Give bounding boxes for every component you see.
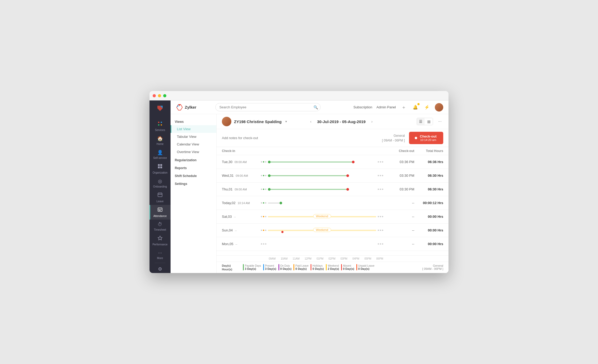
list-view-link[interactable]: List View — [171, 125, 216, 133]
hours-label: Hour(s) — [222, 268, 243, 271]
user-avatar[interactable] — [435, 103, 443, 112]
day-label: Wed,31 — [222, 174, 234, 178]
overtime-view-link[interactable]: Overtime View — [171, 148, 216, 156]
checkout-time: -- — [385, 215, 414, 219]
sidebar-item-attendance[interactable]: Attendance — [150, 205, 171, 220]
sidebar-item-more[interactable]: ··· More — [150, 248, 171, 262]
current-time-marker — [282, 231, 283, 260]
logo-area: Zylker — [176, 104, 196, 111]
svg-rect-10 — [158, 193, 162, 197]
regularization-heading[interactable]: Regularization — [171, 157, 216, 164]
inner-layout: Views List View Tabular View Calendar Vi… — [171, 114, 448, 273]
on-duty-color — [278, 264, 279, 270]
day-label: Thu,01 — [222, 187, 232, 191]
leave-icon — [157, 192, 163, 199]
sidebar-item-settings[interactable]: ⚙ Settings — [150, 264, 171, 273]
sidebar-separator — [155, 263, 165, 263]
svg-point-3 — [161, 122, 162, 123]
employee-name: ZY198 Christine Spalding — [234, 119, 282, 124]
prev-week-button[interactable]: ‹ — [308, 118, 314, 125]
settings-sub-heading[interactable]: Settings — [171, 180, 216, 187]
admin-panel-link[interactable]: Admin Panel — [376, 105, 396, 109]
main-content: ZY198 Christine Spalding ▾ ‹ 30-Jul-2019… — [217, 114, 448, 273]
payable-days-item: Payable Days 3 Day(s) — [243, 264, 261, 270]
sidebar-item-organization[interactable]: Organization — [150, 161, 171, 176]
checkin-time: -- — [235, 242, 237, 246]
subscription-link[interactable]: Subscription — [353, 105, 372, 109]
checkout-icon: ⏺ — [414, 136, 418, 140]
sidebar-item-timesheet[interactable]: ⏱ Timesheet — [150, 220, 171, 233]
header-actions: Subscription Admin Panel ＋ 🔔 ⚡ — [353, 103, 443, 112]
organization-label: Organization — [153, 171, 168, 174]
alerts-button[interactable]: ⚡ — [423, 104, 431, 111]
calendar-view-toggle[interactable]: ▦ — [425, 118, 433, 125]
list-view-toggle[interactable]: ☰ — [417, 118, 425, 125]
date-navigation: ‹ 30-Jul-2019 - 05-Aug-2019 › — [308, 118, 375, 125]
day-label: Tue,30 — [222, 160, 232, 164]
more-icon: ··· — [158, 250, 162, 256]
attendance-label: Attendance — [153, 215, 167, 218]
weekend-item: Weekend 2 Day(s) — [326, 264, 339, 270]
more-options-button[interactable]: ··· — [437, 118, 443, 125]
shift-schedule-heading[interactable]: Shift Schedule — [171, 173, 216, 179]
sidebar-item-onboarding[interactable]: ◎ Onboarding — [150, 176, 171, 190]
summary-shift-label: General — [422, 264, 443, 267]
checkout-time: 03:36 PM — [385, 160, 414, 164]
payable-days-color — [243, 264, 244, 270]
employee-info[interactable]: ZY198 Christine Spalding ▾ — [222, 117, 287, 126]
time-label-11am: 11AM — [293, 257, 300, 260]
absent-item: Absent 0 Day(s) — [341, 264, 354, 270]
day-label: Sat,03 — [222, 215, 232, 219]
calendar-view-link[interactable]: Calendar View — [171, 140, 216, 148]
table-row: Wed,31 09:00 AM — [217, 169, 448, 183]
payable-days-text: Payable Days 3 Day(s) — [245, 264, 261, 270]
present-item: Present 3 Day(s) — [263, 264, 276, 270]
paid-leave-text: Paid Leave 0 Day(s) — [295, 264, 308, 270]
weekend-color — [326, 264, 327, 270]
holidays-item: Holidays 0 Day(s) — [311, 264, 324, 270]
sidebar-item-performance[interactable]: Performance — [150, 233, 171, 248]
maximize-button[interactable] — [163, 94, 166, 97]
checkin-time: 09:00 AM — [235, 160, 247, 164]
home-label: Home — [157, 143, 164, 145]
summary-shift-time: [ 09AM - 06PM ] — [422, 267, 443, 270]
minimize-button[interactable] — [158, 94, 161, 97]
logo-svg — [176, 104, 183, 111]
checkout-time: 03:30 PM — [385, 174, 414, 178]
notification-button[interactable]: 🔔 — [412, 104, 419, 111]
marker-dot — [281, 231, 283, 233]
shift-label: General — [382, 133, 405, 138]
next-week-button[interactable]: › — [369, 118, 375, 125]
day-label: Today,02 — [222, 201, 236, 205]
total-hours: 00:00 Hrs — [414, 242, 443, 246]
checkout-button[interactable]: ⏺ Check-out 10:14:20 am — [409, 132, 443, 144]
total-hours: 00:00:12 Hrs — [414, 201, 443, 205]
checkout-time: -- — [385, 228, 414, 232]
notes-input[interactable] — [222, 136, 378, 140]
search-input[interactable] — [215, 103, 321, 111]
timeline-header — [259, 149, 385, 153]
reports-heading[interactable]: Reports — [171, 165, 216, 171]
close-button[interactable] — [153, 94, 156, 97]
timeline-cell: Weekend — [259, 216, 385, 217]
sidebar-item-home[interactable]: 🏠 Home — [150, 134, 171, 148]
leave-label: Leave — [156, 200, 163, 203]
services-label: Services — [155, 129, 165, 132]
checkin-header: Check-in — [222, 149, 259, 153]
time-label-12pm: 12PM — [305, 257, 311, 260]
paid-leave-item: Paid Leave 0 Day(s) — [293, 264, 308, 270]
checkout-time: -- — [385, 201, 414, 205]
performance-icon — [157, 235, 163, 242]
sidebar-item-services[interactable]: Services — [150, 119, 171, 134]
tabular-view-link[interactable]: Tabular View — [171, 133, 216, 140]
sidebar-bottom: ··· More ⚙ Settings ☰ — [150, 248, 171, 273]
views-section: Views List View Tabular View Calendar Vi… — [171, 118, 216, 156]
sidebar-item-leave[interactable]: Leave — [150, 190, 171, 205]
summary-labels: Day(s) Hour(s) — [222, 264, 243, 271]
reports-section: Reports — [171, 165, 216, 171]
shift-schedule-section: Shift Schedule — [171, 173, 216, 179]
add-button[interactable]: ＋ — [400, 104, 407, 111]
notification-badge — [417, 103, 420, 105]
sidebar-item-self-service[interactable]: 👤 Self-service — [150, 148, 171, 161]
title-bar — [150, 91, 448, 100]
